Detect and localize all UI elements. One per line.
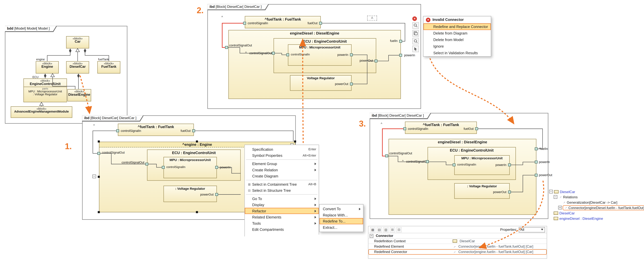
block-car[interactable]: «block» Car xyxy=(66,36,89,48)
block-dieselengine[interactable]: «block» DieselEngine xyxy=(67,89,91,102)
port-powerin-enginediesel[interactable] xyxy=(535,160,538,164)
selection-handle[interactable] xyxy=(294,140,296,142)
role-label-fueltank: fuelTank xyxy=(98,58,109,61)
tree-item-dieselcar-ref[interactable]: DieselCar xyxy=(549,210,644,216)
port-powerout-enginediesel[interactable] xyxy=(535,174,538,177)
expand-icon[interactable]: ⊞ xyxy=(390,227,395,232)
property-row-redefined-element[interactable]: Redefined Element Connector[engine.fuelI… xyxy=(368,244,547,250)
port-controlsignalout[interactable] xyxy=(97,152,100,155)
tab-kind: ibd xyxy=(210,4,215,8)
menu-item-display[interactable]: Display xyxy=(245,202,319,208)
validation-item-delete-from-diagram[interactable]: Delete from Diagram xyxy=(424,30,491,36)
menu-item-symbol-properties[interactable]: Symbol PropertiesAlt+Enter xyxy=(245,152,319,158)
ibd3-diagram-tab[interactable]: ibd [Block] DieselCar[ DieselCar ] xyxy=(370,113,431,119)
block-fueltank[interactable]: «block» FuelTank xyxy=(97,61,120,74)
port-controlsignalout-ecu[interactable] xyxy=(426,160,429,163)
submenu-item-extract[interactable]: Extract... xyxy=(320,224,363,230)
ibd1-diagram-tab[interactable]: ibd [Block] DieselCar[ DieselCar ] xyxy=(82,116,144,122)
tree-item-generalization[interactable]: Generalization[DieselCar -> Car] xyxy=(549,200,644,205)
submenu-item-replace-with[interactable]: Replace With... xyxy=(320,212,363,218)
port-controlsignalin[interactable] xyxy=(403,127,406,130)
selection-handle[interactable] xyxy=(98,140,100,142)
validation-item-delete-from-model[interactable]: Delete from Model xyxy=(424,36,491,43)
property-row-redefined-connector[interactable]: Redefined Connector Connector[engine.fue… xyxy=(368,249,547,254)
validation-item-redefine-and-replace[interactable]: Redefine and Replace Connector xyxy=(424,23,491,30)
tree-item-connector[interactable]: Connector[engineDiesel.fuelIn - fuelTank… xyxy=(549,205,644,210)
port-powerout-vr[interactable] xyxy=(215,193,218,196)
port-controlsignalin-mpu[interactable] xyxy=(286,54,289,56)
ibd2-diagram-frame[interactable]: ibd [Block] DieselCar[ DieselCar ] ^ ^fu… xyxy=(208,4,421,109)
bdd-diagram-tab[interactable]: bdd [Model] Model[ Model ] xyxy=(5,26,57,32)
section-expander[interactable] xyxy=(370,234,373,238)
tree-expander[interactable] xyxy=(558,206,562,209)
selection-handle[interactable] xyxy=(196,140,198,142)
port-fuelout[interactable] xyxy=(192,130,195,132)
validation-toolbar xyxy=(412,16,419,52)
block-engine[interactable]: «block» Engine xyxy=(36,61,59,74)
submenu-item-convert-to[interactable]: Convert To xyxy=(320,206,363,212)
ibd2-diagram-tab[interactable]: ibd [Block] DieselCar[ DieselCar ] xyxy=(208,4,269,10)
property-row-redefinition-context[interactable]: Redefinition Context DieselCar xyxy=(368,239,547,244)
menu-item-select-in-structure-tree[interactable]: ▤Select in Structure Tree xyxy=(245,187,319,194)
port-fuelout[interactable] xyxy=(475,127,478,130)
selection-handle[interactable] xyxy=(196,211,198,213)
selection-handle[interactable] xyxy=(98,176,100,178)
sort-icon[interactable]: ▤ xyxy=(376,227,382,232)
tree-expander[interactable] xyxy=(554,195,557,199)
port-controlsignalin[interactable] xyxy=(116,130,119,132)
categorized-view-icon[interactable]: ▦ xyxy=(370,227,376,232)
validation-popup-header: Invalid Connector xyxy=(424,16,491,23)
magnifier-button[interactable] xyxy=(412,38,419,44)
port-fuelin[interactable] xyxy=(399,40,402,43)
menu-item-related-elements[interactable]: Related Elements xyxy=(245,214,319,220)
submenu-item-redefine-to[interactable]: Redefine To... xyxy=(320,218,363,224)
ibd3-diagram-frame[interactable]: ibd [Block] DieselCar[ DieselCar ] ^ ^fu… xyxy=(370,113,548,219)
tree-item-dieselcar[interactable]: DieselCar xyxy=(549,189,644,194)
bdd-diagram-frame[interactable]: bdd [Model] Model[ Model ] «block» Car e… xyxy=(5,26,128,124)
validation-item-ignore[interactable]: Ignore xyxy=(424,43,491,50)
menu-item-edit-compartments[interactable]: Edit Compartments xyxy=(245,226,319,232)
collapse-expander[interactable]: − xyxy=(92,174,96,178)
properties-filter-select[interactable]: All xyxy=(519,227,545,232)
port-powerout-ecu[interactable] xyxy=(374,60,378,62)
port-powerin-mpu[interactable] xyxy=(350,54,353,56)
port-powerin-enginediesel[interactable] xyxy=(399,54,402,57)
menu-item-specification[interactable]: SpecificationEnter xyxy=(245,146,319,152)
expert-mode-icon[interactable]: ▥ xyxy=(383,227,388,232)
menu-item-refactor[interactable]: Refactor xyxy=(245,208,319,214)
port-controlsignalin[interactable] xyxy=(243,22,246,25)
port-controlsignalout[interactable] xyxy=(225,46,228,49)
port-powerout-vr[interactable] xyxy=(350,82,353,86)
port-label: controlSignalIn xyxy=(121,129,141,132)
menu-item-create-diagram[interactable]: Create Diagram xyxy=(245,173,319,179)
port-controlsignalout[interactable] xyxy=(385,154,388,157)
port-fuelin[interactable] xyxy=(535,148,538,150)
connector-label-edit-box[interactable]: A xyxy=(367,16,377,20)
port-controlsignalout-ecu[interactable] xyxy=(272,52,275,55)
selection-handle[interactable] xyxy=(98,211,100,213)
pointer-button[interactable] xyxy=(412,46,419,52)
properties-section-connector[interactable]: Connector xyxy=(368,233,547,239)
port-fuelout[interactable] xyxy=(319,22,322,25)
port-controlsignalin-mpu[interactable] xyxy=(453,164,456,166)
block-dieselcar[interactable]: «block» DieselCar xyxy=(66,61,89,74)
collapse-icon[interactable]: ⊟ xyxy=(396,227,402,232)
port-powerin-mpu[interactable] xyxy=(215,166,218,169)
menu-item-go-to[interactable]: Go To xyxy=(245,196,319,202)
port-controlsignalin-mpu[interactable] xyxy=(162,166,165,169)
menu-item-select-in-containment-tree[interactable]: ▦Select in Containment TreeAlt+B xyxy=(245,181,319,187)
port-controlsignalout-ecu[interactable] xyxy=(145,163,148,166)
tree-item-relations[interactable]: Relations xyxy=(549,194,644,200)
block-enginecontrolunit[interactable]: «block» EngineControlUnit parts MPU : Mi… xyxy=(23,78,67,102)
zoom-select-button[interactable] xyxy=(412,22,419,29)
validation-item-select-in-validation-results[interactable]: Select in Validation Results xyxy=(424,50,491,56)
menu-item-tools[interactable]: Tools xyxy=(245,220,319,226)
tree-expander[interactable] xyxy=(549,190,553,194)
port-powerin-mpu[interactable] xyxy=(508,164,511,166)
tree-item-enginediesel[interactable]: engineDiesel : DieselEngine xyxy=(549,216,644,221)
port-powerout-vr[interactable] xyxy=(508,190,511,194)
copy-button[interactable] xyxy=(412,30,419,36)
menu-item-create-relation[interactable]: Create Relation xyxy=(245,167,319,173)
menu-item-element-group[interactable]: Element Group xyxy=(245,160,319,167)
block-advancedenginemanagementmodule[interactable]: «block» AdvancedEngineManagementModule xyxy=(11,106,72,118)
